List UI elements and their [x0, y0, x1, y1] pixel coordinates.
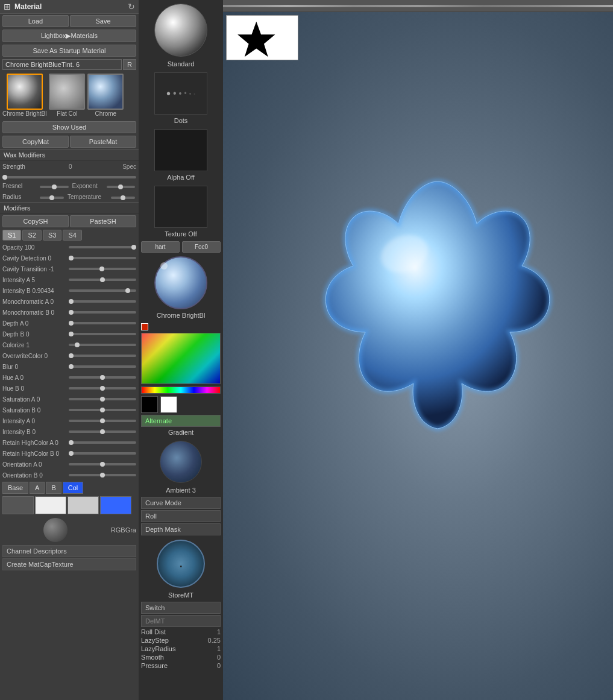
roll-dist-row: Roll Dist 1	[139, 628, 223, 636]
show-used-button[interactable]: Show Used	[2, 121, 136, 133]
sat-b-slider[interactable]	[69, 409, 136, 411]
canvas-area[interactable]	[223, 0, 613, 700]
tab-s1[interactable]: S1	[2, 230, 21, 241]
int-a2-slider[interactable]	[69, 420, 136, 422]
radius-slider[interactable]	[40, 197, 64, 199]
store-mt-sphere[interactable]	[157, 540, 205, 588]
chrome-sphere-preview[interactable]	[154, 256, 207, 309]
orient-b-slider[interactable]	[69, 474, 136, 476]
dots-section: • • • • • • Dots	[139, 70, 223, 127]
opacity-slider[interactable]	[69, 246, 136, 248]
orient-a-slider[interactable]	[69, 463, 136, 465]
depth-mask-button[interactable]: Depth Mask	[141, 523, 221, 535]
canvas-content[interactable]	[223, 12, 613, 700]
wax-modifiers-label: Wax Modifiers	[4, 151, 45, 159]
lightbox-materials-button[interactable]: Lightbox▶Materials	[2, 30, 136, 42]
overwrite-color-slider[interactable]	[69, 355, 136, 357]
strength-row: Strength 0 Spec	[0, 161, 139, 172]
white-swatch[interactable]	[160, 396, 177, 413]
temperature-label: Temperature	[68, 194, 110, 200]
tab-base[interactable]: Base	[2, 482, 28, 494]
mono-b-slider[interactable]	[69, 311, 136, 314]
color-picker[interactable]	[141, 333, 221, 384]
dots-preview[interactable]: • • • • • •	[154, 72, 207, 115]
strength-label: Strength	[2, 163, 69, 170]
black-swatch[interactable]	[141, 396, 158, 413]
switch-button[interactable]: Switch	[141, 602, 221, 614]
del-mt-button[interactable]: DelMT	[141, 615, 221, 627]
copy-sh-button[interactable]: CopySH	[2, 215, 69, 227]
pressure-value: 0	[203, 662, 221, 669]
save-startup-button[interactable]: Save As Startup Material	[2, 45, 136, 57]
depth-b-slider[interactable]	[69, 333, 136, 335]
color-tabs: Base A B Col	[0, 481, 139, 495]
tab-s2[interactable]: S2	[22, 230, 41, 241]
ambient-sphere[interactable]	[160, 441, 202, 483]
copy-mat-button[interactable]: CopyMat	[2, 136, 69, 148]
alpha-off-preview[interactable]	[154, 129, 207, 171]
mono-a-row: Monochromatic A 0	[0, 296, 139, 307]
paste-sh-button[interactable]: PasteSH	[70, 215, 136, 227]
hue-bar[interactable]	[141, 386, 221, 394]
fresnel-slider[interactable]	[40, 186, 69, 188]
tab-s4[interactable]: S4	[63, 230, 81, 241]
modifiers-label: Modifiers	[4, 204, 31, 212]
mono-b-row: Monochromatic B 0	[0, 307, 139, 318]
hue-b-label: Hue B 0	[2, 385, 69, 392]
tab-col[interactable]: Col	[63, 482, 84, 494]
color-indicator-row	[139, 321, 223, 332]
exponent-slider[interactable]	[107, 186, 136, 188]
colorize-slider[interactable]	[69, 344, 136, 346]
hue-a-slider[interactable]	[69, 376, 136, 379]
load-save-row: Load Save	[0, 14, 139, 28]
cavity-detection-slider[interactable]	[69, 257, 136, 259]
intensity-b-slider[interactable]	[69, 289, 136, 292]
properties-list: Opacity 100 Cavity Detection 0 Cavity Tr…	[0, 242, 139, 481]
swatch-a[interactable]	[35, 496, 66, 514]
tab-a[interactable]: A	[30, 482, 45, 494]
strength-slider[interactable]	[2, 176, 136, 178]
tab-s3[interactable]: S3	[43, 230, 61, 241]
save-button[interactable]: Save	[70, 15, 136, 27]
paste-mat-button[interactable]: PasteMat	[70, 136, 136, 148]
refresh-icon[interactable]: ↻	[128, 2, 135, 11]
mono-a-label: Monochromatic A 0	[2, 298, 69, 305]
swatch-col[interactable]	[100, 496, 131, 514]
material-name-input[interactable]	[2, 59, 122, 70]
cavity-transition-slider[interactable]	[69, 268, 136, 270]
texture-off-preview[interactable]	[154, 186, 207, 228]
mono-a-slider[interactable]	[69, 300, 136, 303]
mat-preview-chrome-bright[interactable]	[7, 74, 43, 110]
rgb-preview[interactable]	[43, 518, 68, 542]
channel-descriptors-button[interactable]: Channel Descriptors	[2, 545, 136, 557]
swatch-b[interactable]	[68, 496, 99, 514]
swatch-base[interactable]	[2, 496, 34, 514]
retain-hcb-slider[interactable]	[69, 452, 136, 455]
curve-mode-button[interactable]: Curve Mode	[141, 497, 221, 509]
mat-preview-chrome2[interactable]	[87, 74, 124, 110]
alternate-button[interactable]: Alternate	[141, 415, 221, 427]
create-matcap-button[interactable]: Create MatCapTexture	[2, 558, 136, 570]
r-button[interactable]: R	[123, 59, 136, 70]
chart-button[interactable]: hart	[141, 241, 180, 253]
int-b2-slider[interactable]	[69, 430, 136, 433]
depth-a-slider[interactable]	[69, 322, 136, 324]
material-name-row: R	[0, 58, 139, 71]
retain-hca-slider[interactable]	[69, 441, 136, 444]
sat-a-slider[interactable]	[69, 398, 136, 400]
load-button[interactable]: Load	[2, 15, 69, 27]
blur-slider[interactable]	[69, 365, 136, 368]
hue-b-slider[interactable]	[69, 387, 136, 389]
mat-preview-flat[interactable]	[49, 74, 85, 110]
foc-button[interactable]: Foc0	[182, 241, 221, 253]
overwrite-color-row: OverwriteColor 0	[0, 350, 139, 361]
roll-button[interactable]: Roll	[141, 510, 221, 522]
wax-modifiers-section[interactable]: Wax Modifiers	[0, 149, 139, 161]
modifiers-section[interactable]: Modifiers	[0, 202, 139, 214]
color-indicator[interactable]	[141, 323, 148, 330]
smooth-label: Smooth	[141, 654, 203, 661]
intensity-a-slider[interactable]	[69, 279, 136, 281]
temperature-slider[interactable]	[111, 197, 135, 199]
standard-preview[interactable]	[154, 4, 207, 57]
tab-b[interactable]: B	[46, 482, 61, 494]
